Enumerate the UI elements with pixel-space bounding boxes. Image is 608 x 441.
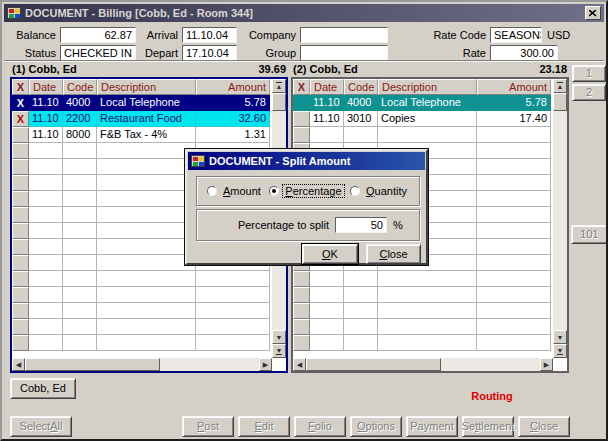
empty-row xyxy=(12,319,272,335)
empty-row xyxy=(12,303,272,319)
arrival-field[interactable]: 11.10.04 xyxy=(182,27,237,43)
window-button-1[interactable]: 1 xyxy=(572,65,606,82)
split-dialog: DOCUMENT - Split Amount Amount Percentag… xyxy=(185,149,428,265)
empty-row xyxy=(12,271,272,287)
rate-label: Rate xyxy=(420,46,486,60)
grid1-caption: (1) Cobb, Ed xyxy=(12,63,77,77)
routing-label: Routing xyxy=(442,390,542,402)
grid1-total: 39.69 xyxy=(258,63,286,77)
title-bar: DOCUMENT - Billing [Cobb, Ed - Room 344] xyxy=(4,4,604,22)
depart-field[interactable]: 17.10.04 xyxy=(182,45,237,61)
grid2-caption: (2) Cobb, Ed xyxy=(293,63,358,77)
percentage-label: Percentage to split xyxy=(217,218,329,232)
empty-row xyxy=(293,287,553,303)
app-icon xyxy=(7,7,21,19)
percentage-group: Percentage to split % xyxy=(196,209,420,241)
scroll-right-button[interactable]: ▶ xyxy=(540,358,553,371)
group-label: Group xyxy=(246,46,296,60)
empty-row xyxy=(293,319,553,335)
close-icon xyxy=(589,10,597,17)
radio-amount[interactable]: Amount xyxy=(207,185,263,197)
scroll-top-button[interactable]: ▲ xyxy=(272,79,286,93)
charge-row[interactable]: 11.10 3010 Copies 17.40 xyxy=(293,111,553,127)
grid2-header: X Date Code Description Amount xyxy=(293,79,553,95)
scroll-top-button[interactable]: ▲ xyxy=(553,79,567,93)
column-header-date: Date xyxy=(29,79,63,95)
rate-code-label: Rate Code xyxy=(420,28,486,42)
window-close-button[interactable]: Close xyxy=(518,416,570,437)
radio-group: Amount Percentage Quantity xyxy=(196,176,420,206)
column-header-code: Code xyxy=(63,79,97,95)
dialog-title-bar: DOCUMENT - Split Amount xyxy=(188,152,425,170)
radio-circle[interactable] xyxy=(207,186,217,196)
payment-button[interactable]: Payment xyxy=(406,416,458,437)
empty-row xyxy=(12,335,272,351)
radio-percentage[interactable]: Percentage xyxy=(269,185,343,197)
company-field[interactable] xyxy=(300,27,388,43)
status-field[interactable]: CHECKED IN xyxy=(60,45,136,61)
scroll-thumb[interactable] xyxy=(306,358,441,371)
post-button[interactable]: Post xyxy=(182,416,234,437)
percent-suffix: % xyxy=(393,218,407,232)
horizontal-scrollbar[interactable]: ◀ ▶ xyxy=(293,358,553,371)
scroll-thumb[interactable] xyxy=(25,358,160,371)
dialog-title: DOCUMENT - Split Amount xyxy=(205,155,350,167)
radio-circle[interactable] xyxy=(269,186,279,196)
rate-field[interactable]: 300.00 xyxy=(490,45,558,61)
close-button[interactable] xyxy=(585,6,601,20)
currency-label: USD xyxy=(547,28,577,42)
select-all-button[interactable]: Select All xyxy=(10,416,72,437)
scroll-thumb[interactable] xyxy=(553,93,567,111)
empty-row xyxy=(293,271,553,287)
balance-label: Balance xyxy=(10,28,56,42)
charge-row[interactable]: X 11.10 4000 Local Telephone 5.78 xyxy=(12,95,272,111)
charge-row[interactable]: 11.10 4000 Local Telephone 5.78 xyxy=(293,95,553,111)
column-header-x: X xyxy=(293,79,310,95)
scroll-down-button[interactable]: ▼ xyxy=(272,330,286,344)
dialog-close-button[interactable]: Close xyxy=(366,244,421,264)
scroll-left-button[interactable]: ◀ xyxy=(12,358,25,371)
balance-field[interactable]: 62.87 xyxy=(60,27,136,43)
window-title: DOCUMENT - Billing [Cobb, Ed - Room 344] xyxy=(21,7,585,19)
column-header-code: Code xyxy=(344,79,378,95)
company-label: Company xyxy=(246,28,296,42)
rate-code-field[interactable]: SEASON3 xyxy=(490,27,542,43)
grid1-header: X Date Code Description Amount xyxy=(12,79,272,95)
empty-row xyxy=(12,287,272,303)
divider xyxy=(4,60,604,62)
window-button-2[interactable]: 2 xyxy=(572,84,606,101)
horizontal-scrollbar[interactable]: ◀ ▶ xyxy=(12,358,272,371)
status-label: Status xyxy=(10,46,56,60)
depart-label: Depart xyxy=(138,46,178,60)
column-header-amount: Amount xyxy=(477,79,551,95)
charge-row[interactable]: X 11.10 2200 Restaurant Food 32.60 xyxy=(12,111,272,127)
column-header-description: Description xyxy=(378,79,477,95)
vertical-scrollbar[interactable]: ▲ ▼ ▼ xyxy=(553,79,567,358)
ok-button[interactable]: OK xyxy=(302,244,358,264)
scroll-down-button[interactable]: ▼ xyxy=(553,330,567,344)
scroll-thumb[interactable] xyxy=(272,93,286,111)
percentage-input[interactable] xyxy=(335,217,387,233)
guest-tab[interactable]: Cobb, Ed xyxy=(10,378,76,399)
column-header-date: Date xyxy=(310,79,344,95)
scroll-left-button[interactable]: ◀ xyxy=(293,358,306,371)
options-button[interactable]: Options xyxy=(350,416,402,437)
empty-row xyxy=(293,335,553,351)
folio-button[interactable]: Folio xyxy=(294,416,346,437)
scroll-bottom-button[interactable]: ▼ xyxy=(272,344,286,358)
scroll-right-button[interactable]: ▶ xyxy=(259,358,272,371)
edit-button[interactable]: Edit xyxy=(238,416,290,437)
grid2-total: 23.18 xyxy=(539,63,567,77)
arrival-label: Arrival xyxy=(138,28,178,42)
column-header-x: X xyxy=(12,79,29,95)
empty-row xyxy=(293,303,553,319)
charge-row[interactable]: 11.10 8000 F&B Tax - 4% 1.31 xyxy=(12,127,272,143)
billing-window: DOCUMENT - Billing [Cobb, Ed - Room 344]… xyxy=(0,0,608,441)
group-field[interactable] xyxy=(300,45,388,61)
column-header-description: Description xyxy=(97,79,196,95)
settlement-button[interactable]: Settlement xyxy=(462,416,514,437)
radio-quantity[interactable]: Quantity xyxy=(350,185,409,197)
window-button-101[interactable]: 101 xyxy=(571,225,608,244)
radio-circle[interactable] xyxy=(350,186,360,196)
scroll-bottom-button[interactable]: ▼ xyxy=(553,344,567,358)
